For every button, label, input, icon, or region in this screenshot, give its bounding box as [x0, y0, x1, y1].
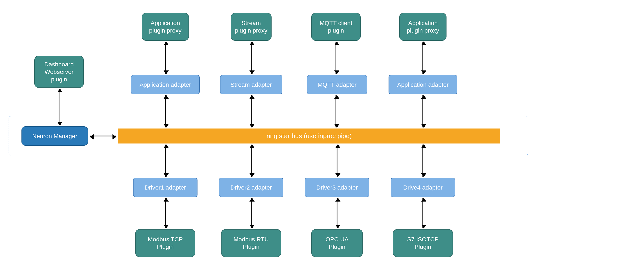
arrow-top-plugin-adapter-3 [336, 42, 336, 74]
arrow-dashboard-manager [58, 89, 60, 125]
top-plugin-3: MQTT client plugin [311, 13, 361, 41]
top-adapter-2: Stream adapter [220, 75, 282, 94]
arrow-bus-bottom-adapter-1 [165, 144, 166, 177]
dashboard-webserver-plugin: Dashboard Webserver plugin [34, 56, 84, 88]
arrow-top-adapter-bus-1 [165, 95, 166, 128]
arrow-top-adapter-bus-3 [336, 95, 336, 128]
bottom-plugin-2: Modbus RTU Plugin [221, 229, 281, 257]
arrow-bus-bottom-adapter-3 [336, 144, 338, 177]
arrow-bus-bottom-adapter-2 [251, 144, 252, 177]
bottom-plugin-3: OPC UA Plugin [311, 229, 363, 257]
neuron-manager: Neuron Manager [22, 126, 88, 146]
top-adapter-1: Application adapter [131, 75, 200, 94]
top-adapter-4: Application adapter [388, 75, 457, 94]
arrow-bottom-adapter-plugin-4 [422, 198, 423, 228]
bottom-adapter-1: Driver1 adapter [133, 178, 198, 197]
bottom-plugin-1: Modbus TCP Plugin [135, 229, 195, 257]
top-plugin-4: Application plugin proxy [399, 13, 446, 41]
bottom-plugin-4: S7 ISOTCP Plugin [393, 229, 453, 257]
arrow-bus-bottom-adapter-4 [422, 144, 423, 177]
bottom-adapter-4: Drive4 adapter [391, 178, 455, 197]
arrow-top-plugin-adapter-1 [165, 42, 166, 74]
top-plugin-1: Application plugin proxy [142, 13, 189, 41]
arrow-top-plugin-adapter-4 [422, 42, 423, 74]
bottom-adapter-3: Driver3 adapter [305, 178, 369, 197]
arrow-bottom-adapter-plugin-1 [165, 198, 166, 228]
top-adapter-3: MQTT adapter [307, 75, 367, 94]
arrow-manager-bus [90, 135, 116, 136]
architecture-diagram: Dashboard Webserver plugin Neuron Manage… [0, 0, 644, 266]
bottom-adapter-2: Driver2 adapter [219, 178, 283, 197]
nng-star-bus: nng star bus (use inproc pipe) [118, 129, 500, 143]
arrow-top-adapter-bus-4 [422, 95, 423, 128]
arrow-bottom-adapter-plugin-3 [336, 198, 338, 228]
top-plugin-2: Stream plugin proxy [231, 13, 272, 41]
arrow-bottom-adapter-plugin-2 [251, 198, 252, 228]
arrow-top-plugin-adapter-2 [251, 42, 252, 74]
arrow-top-adapter-bus-2 [251, 95, 252, 128]
